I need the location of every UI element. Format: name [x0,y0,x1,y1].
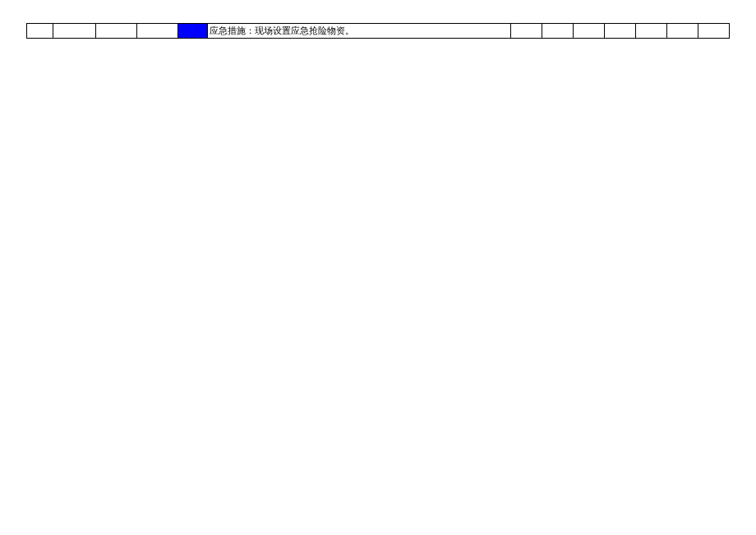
document-table-container: 应急措施：现场设置应急抢险物资。 [26,23,730,39]
table-row: 应急措施：现场设置应急抢险物资。 [27,24,730,39]
cell-3 [96,24,137,39]
cell-12 [667,24,698,39]
data-table: 应急措施：现场设置应急抢险物资。 [26,23,730,39]
cell-1 [27,24,53,39]
cell-9 [574,24,605,39]
cell-11 [636,24,667,39]
cell-blue-marker [178,24,208,39]
cell-7 [511,24,542,39]
cell-10 [605,24,636,39]
cell-13 [698,24,730,39]
cell-8 [542,24,574,39]
cell-emergency-measures: 应急措施：现场设置应急抢险物资。 [208,24,511,39]
cell-2 [53,24,96,39]
cell-4 [137,24,178,39]
